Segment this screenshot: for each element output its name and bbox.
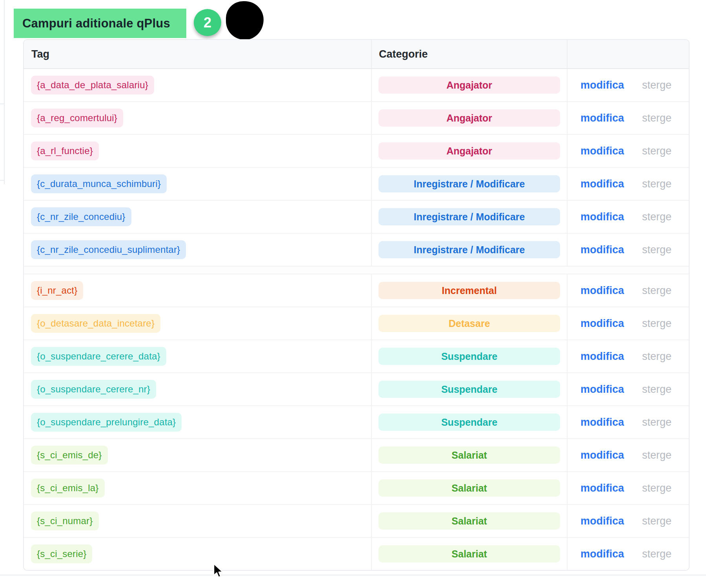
actions-cell: modificasterge [568,472,689,504]
modifica-link[interactable]: modifica [580,244,624,256]
table-row: {s_ci_numar}Salariatmodificasterge [24,504,689,537]
table-row: {a_reg_comertului}Angajatormodificasterg… [24,101,689,134]
sterge-link[interactable]: sterge [642,79,671,91]
tag-cell: {a_reg_comertului} [24,102,372,134]
category-cell: Suspendare [372,340,568,372]
sterge-link[interactable]: sterge [642,383,671,396]
tag-chip: {c_durata_munca_schimburi} [31,174,167,193]
tag-chip: {o_suspendare_cerere_data} [31,347,166,366]
tag-chip: {s_ci_emis_de} [31,446,108,465]
tag-chip: {o_suspendare_prelungire_data} [31,413,182,432]
category-cell: Angajator [372,102,568,134]
table-row: {s_ci_serie}Salariatmodificasterge [24,537,689,570]
sterge-link[interactable]: sterge [642,449,671,461]
category-badge: Angajator [378,109,560,127]
category-cell: Salariat [372,505,568,537]
tags-table-card: Tag Categorie {a_data_de_plata_salariu}A… [23,39,690,571]
modifica-link[interactable]: modifica [580,79,624,91]
count-badge-value: 2 [204,15,211,31]
modifica-link[interactable]: modifica [580,318,624,330]
category-cell: Detasare [372,307,568,339]
tag-chip: {o_detasare_data_incetare} [31,314,160,333]
category-cell: Inregistrare / Modificare [372,168,568,200]
actions-cell: modificasterge [568,406,689,438]
tag-cell: {c_durata_munca_schimburi} [24,168,372,200]
actions-cell: modificasterge [568,135,689,167]
category-cell: Suspendare [372,406,568,438]
tag-chip: {s_ci_emis_la} [31,479,105,497]
category-cell: Inregistrare / Modificare [372,234,568,266]
table-row: {c_nr_zile_concediu}Inregistrare / Modif… [24,200,689,233]
count-badge[interactable]: 2 [194,9,221,36]
category-cell: Suspendare [372,373,568,405]
sterge-link[interactable]: sterge [642,350,671,363]
modifica-link[interactable]: modifica [580,482,624,494]
sterge-link[interactable]: sterge [642,416,671,428]
column-header-actions [568,40,689,68]
table-row: {s_ci_emis_la}Salariatmodificasterge [24,471,689,504]
tag-chip: {o_suspendare_cerere_nr} [31,380,156,399]
category-badge: Salariat [378,512,560,530]
category-badge: Salariat [378,479,560,497]
tag-cell: {o_suspendare_cerere_nr} [24,373,372,405]
tag-cell: {s_ci_serie} [24,538,372,570]
category-badge: Inregistrare / Modificare [378,241,560,258]
actions-cell: modificasterge [568,168,689,200]
tag-chip: {a_reg_comertului} [31,109,123,127]
table-row: {o_suspendare_prelungire_data}Suspendare… [24,405,689,438]
tag-cell: {o_suspendare_prelungire_data} [24,406,372,438]
modifica-link[interactable]: modifica [580,112,624,124]
actions-cell: modificasterge [568,69,689,101]
category-badge: Inregistrare / Modificare [378,208,560,225]
modifica-link[interactable]: modifica [580,548,624,560]
category-badge: Angajator [378,142,560,160]
tag-chip: {a_rl_functie} [31,142,99,160]
category-cell: Salariat [372,538,568,570]
tag-chip: {s_ci_numar} [31,512,99,530]
sterge-link[interactable]: sterge [642,178,671,190]
tag-cell: {s_ci_emis_de} [24,439,372,471]
modifica-link[interactable]: modifica [580,515,624,527]
modifica-link[interactable]: modifica [580,383,624,396]
category-cell: Inregistrare / Modificare [372,201,568,233]
table-row: {a_data_de_plata_salariu}Angajatormodifi… [24,69,689,101]
sterge-link[interactable]: sterge [642,244,671,256]
sterge-link[interactable]: sterge [642,515,671,527]
table-row: {a_rl_functie}Angajatormodificasterge [24,134,689,167]
category-cell: Angajator [372,135,568,167]
actions-cell: modificasterge [568,274,689,307]
actions-cell: modificasterge [568,439,689,471]
actions-cell: modificasterge [568,307,689,339]
sterge-link[interactable]: sterge [642,145,671,157]
sterge-link[interactable]: sterge [642,112,671,124]
actions-cell: modificasterge [568,340,689,372]
page-title-label: Campuri aditionale qPlus [22,16,170,31]
modifica-link[interactable]: modifica [580,211,624,223]
category-badge: Salariat [378,545,560,563]
tag-cell: {a_data_de_plata_salariu} [24,69,372,101]
sterge-link[interactable]: sterge [642,482,671,494]
footer-divider [0,575,706,575]
tag-cell: {o_suspendare_cerere_data} [24,340,372,372]
sidebar-divider [0,103,4,104]
sidebar-divider [0,180,4,181]
modifica-link[interactable]: modifica [580,350,624,363]
actions-cell: modificasterge [568,538,689,570]
sterge-link[interactable]: sterge [642,548,671,560]
modifica-link[interactable]: modifica [580,416,624,428]
sterge-link[interactable]: sterge [642,318,671,330]
modifica-link[interactable]: modifica [580,285,624,297]
table-row: {c_durata_munca_schimburi}Inregistrare /… [24,167,689,200]
modifica-link[interactable]: modifica [580,178,624,190]
tag-chip: {i_nr_act} [31,281,83,300]
category-cell: Salariat [372,439,568,471]
category-badge: Angajator [378,76,560,94]
sterge-link[interactable]: sterge [642,211,671,223]
category-badge: Suspendare [378,414,560,431]
sidebar-edge [0,0,5,184]
modifica-link[interactable]: modifica [580,449,624,461]
modifica-link[interactable]: modifica [580,145,624,157]
tag-cell: {a_rl_functie} [24,135,372,167]
actions-cell: modificasterge [568,234,689,266]
sterge-link[interactable]: sterge [642,285,671,297]
